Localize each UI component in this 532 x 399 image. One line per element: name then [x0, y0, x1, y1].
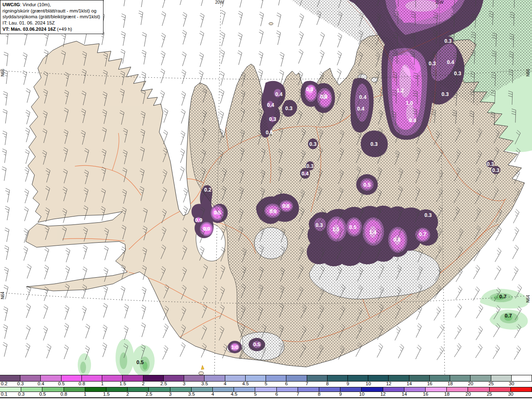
precip-value-label: 1.5 — [332, 227, 339, 232]
colorbar-cell — [389, 375, 409, 381]
colorbar-tick-label: 0.1 — [1, 392, 7, 397]
colorbar-cell — [64, 387, 85, 392]
colorbar-tick-label: 3 — [169, 392, 171, 397]
precip-value-label: 0.3 — [306, 163, 313, 169]
precip-value-label: 0.3 — [285, 106, 292, 111]
colorbar-tick-label: 0.8 — [79, 381, 85, 386]
colorbar-cell — [490, 387, 511, 392]
colorbar-tick-label: 6 — [275, 392, 278, 397]
precip-value-label: 0.5 — [349, 224, 356, 230]
colorbar-cell — [0, 387, 21, 392]
colorbar-tick-label: 7 — [297, 392, 299, 397]
colorbar-tick-label: 0.5 — [58, 381, 65, 386]
colorbar-tick-label: 2.5 — [160, 381, 167, 386]
colorbar-cell — [85, 387, 106, 392]
colorbar-cell — [184, 375, 204, 381]
colorbar-tick-label: 3.5 — [188, 392, 195, 397]
precip-value-label: 0.4 — [267, 102, 274, 108]
meridian-label-15w: 15W — [435, 0, 444, 5]
title-line-3: slydda/snjókoma (grátt/bleikt/grænt - mm… — [2, 14, 101, 20]
colorbar-cell — [409, 375, 430, 381]
precip-value-label: 0.7 — [505, 313, 512, 319]
colorbar-tick-label: 0.5 — [39, 392, 46, 397]
colorbar-tick-label: 30 — [508, 392, 513, 397]
colorbar-tick-label: 5 — [254, 392, 256, 397]
precip-value-label: 0.4 — [266, 130, 273, 135]
weather-map: 20W 15W N66 N64 N66 N64 1.21.00.80.30.30… — [0, 0, 532, 375]
colorbar-tick-label: 0.2 — [1, 381, 7, 386]
parallel-label-n66-right: N66 — [526, 69, 530, 76]
precip-value-label: 0.8 — [282, 203, 289, 209]
colorbar-tick-label: 8 — [318, 392, 320, 397]
colorbar-tick-label: 10 — [359, 392, 365, 397]
colorbar-cell — [266, 375, 286, 381]
colorbar-cell — [348, 375, 368, 381]
title-line-1: UWC/IG: Vindur (10m), — [2, 2, 101, 8]
colorbar-cell — [213, 387, 234, 392]
colorbar-cell — [42, 387, 64, 392]
weather-map-page: 20W 15W N66 N64 N66 N64 1.21.00.80.30.30… — [0, 0, 532, 399]
colorbar-cell — [286, 375, 307, 381]
colorbar-cell — [143, 375, 164, 381]
colorbar-tick-label: 4 — [224, 381, 226, 386]
precip-value-label: 0.9 — [195, 217, 202, 223]
colorbar-cell — [102, 375, 123, 381]
colorbar-cell — [468, 387, 489, 392]
precip-value-label: 1.0 — [406, 100, 413, 106]
colorbar-cell — [404, 387, 426, 392]
colorbar-cell — [447, 387, 468, 392]
colorbar-cell — [20, 375, 41, 381]
precip-value-label: 0.4 — [357, 106, 364, 112]
precip-value-label: 0.5 — [363, 182, 370, 188]
precip-value-label: 0.4 — [275, 91, 282, 97]
colorbar-cell — [298, 387, 319, 392]
colorbar-tick-label: 20 — [468, 381, 473, 386]
colorbar-tick-label: 2 — [126, 392, 129, 397]
meridian-label-20w: 20W — [215, 0, 224, 5]
colorbar-cell — [106, 387, 128, 392]
parallel-label-n64-right: N64 — [526, 295, 530, 303]
colorbar-tick-label: 7 — [305, 381, 308, 386]
colorbar-cell — [41, 375, 61, 381]
colorbar-tick-label: 25 — [487, 392, 492, 397]
colorbar-cell — [255, 387, 276, 392]
colorbar-tick-label: 3.5 — [201, 381, 208, 386]
precip-value-label: 0.2 — [204, 187, 211, 193]
colorbar-tick-label: 10 — [366, 381, 371, 386]
colorbar-tick-label: 5 — [265, 381, 267, 386]
colorbar-tick-label: 3 — [183, 381, 185, 386]
parallel-label-n64-left: N64 — [0, 291, 5, 299]
title-line-4: IT: Lau. 01. 06. 2024 15Z — [2, 20, 101, 26]
colorbar-tick-label: 14 — [406, 381, 412, 386]
colorbar-tick-label: 2.5 — [145, 392, 152, 397]
colorbar-tick-label: 0.8 — [61, 392, 67, 397]
precip-value-label: 0.7 — [499, 294, 506, 300]
title-line-2: rigning/skúrir (grænt/blátt/rautt - mm/1… — [2, 8, 101, 14]
colorbar-cell — [225, 375, 246, 381]
colorbar-tick-label: 12 — [386, 381, 392, 386]
precip-value-label: 0.5 — [253, 342, 260, 347]
colorbar-tick-label: 30 — [509, 381, 514, 386]
colorbar-tick-label: 4.5 — [242, 381, 249, 386]
colorbar-tick-label: 6 — [285, 381, 288, 386]
colorbar-cell — [123, 375, 143, 381]
colorbar-tick-label: 4 — [212, 392, 214, 397]
precip-value-label: 0.8 — [409, 118, 416, 123]
colorbar-cell — [430, 375, 450, 381]
colorbar-cell — [491, 375, 512, 381]
colorbar-cell — [234, 387, 255, 392]
colorbar-cell — [204, 375, 225, 381]
colorbar-cell — [149, 387, 170, 392]
colorbar-cell — [170, 387, 192, 392]
precip-value-label: 1.4 — [369, 229, 376, 235]
colorbar-tick-label: 4.5 — [231, 392, 237, 397]
colorbar-cell — [62, 375, 82, 381]
colorbar-cell — [512, 375, 532, 381]
precip-value-label: 0.3 — [370, 141, 377, 147]
colorbar-tick-label: 1 — [101, 381, 103, 386]
colorbar-cell — [277, 387, 298, 392]
precip-value-label: 0.5 — [214, 210, 221, 216]
colorbar-cell — [128, 387, 149, 392]
colorbar-cell — [368, 375, 389, 381]
colorbar-tick-label: 20 — [466, 392, 471, 397]
